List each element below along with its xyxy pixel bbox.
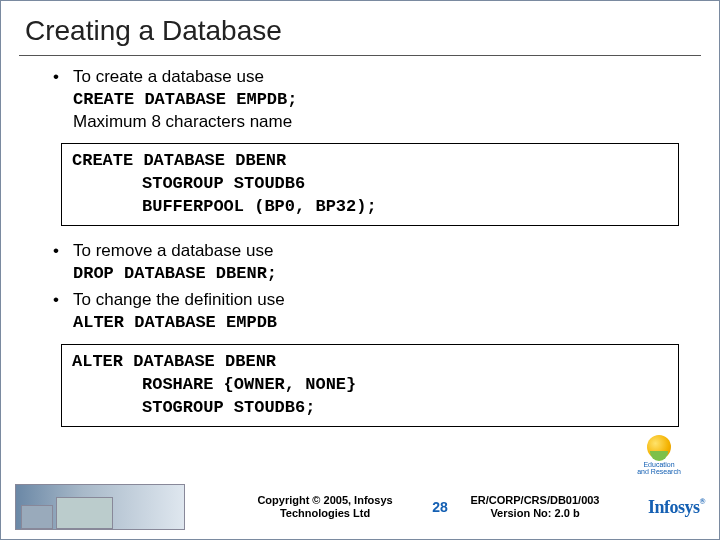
code-box: ALTER DATABASE DBENR ROSHARE {OWNER, NON… bbox=[61, 344, 679, 427]
copyright: Copyright © 2005, Infosys Technologies L… bbox=[235, 494, 415, 520]
code-line: STOGROUP STOUDB6; bbox=[72, 397, 668, 420]
slide: Creating a Database To create a database… bbox=[0, 0, 720, 540]
bullet-list: To create a database use CREATE DATABASE… bbox=[41, 66, 679, 133]
footer: Copyright © 2005, Infosys Technologies L… bbox=[1, 481, 719, 539]
copyright-line: Technologies Ltd bbox=[235, 507, 415, 520]
badge-text: Education bbox=[643, 461, 674, 468]
bullet-item: To change the definition use ALTER DATAB… bbox=[53, 289, 679, 334]
inline-code: ALTER DATABASE EMPDB bbox=[73, 313, 277, 332]
bullet-text: To remove a database use bbox=[73, 241, 273, 260]
bullet-text: Maximum 8 characters name bbox=[73, 112, 292, 131]
registered-icon: ® bbox=[700, 497, 705, 506]
inline-code: DROP DATABASE DBENR; bbox=[73, 264, 277, 283]
bullet-item: To create a database use CREATE DATABASE… bbox=[53, 66, 679, 133]
footer-image bbox=[15, 484, 185, 530]
badge-icon bbox=[647, 435, 671, 459]
doc-ref-line: ER/CORP/CRS/DB01/003 bbox=[465, 494, 605, 507]
bullet-text: To change the definition use bbox=[73, 290, 285, 309]
bullet-item: To remove a database use DROP DATABASE D… bbox=[53, 240, 679, 285]
code-line: BUFFERPOOL (BP0, BP32); bbox=[72, 196, 668, 219]
code-line: ALTER DATABASE DBENR bbox=[72, 352, 276, 371]
code-line: STOGROUP STOUDB6 bbox=[72, 173, 668, 196]
page-title: Creating a Database bbox=[1, 1, 719, 51]
code-line: CREATE DATABASE DBENR bbox=[72, 151, 286, 170]
bullet-text: To create a database use bbox=[73, 67, 264, 86]
education-badge: Education and Research bbox=[627, 433, 691, 477]
content-area: To create a database use CREATE DATABASE… bbox=[1, 56, 719, 481]
code-line: ROSHARE {OWNER, NONE} bbox=[72, 374, 668, 397]
doc-ref-line: Version No: 2.0 b bbox=[465, 507, 605, 520]
bullet-list: To remove a database use DROP DATABASE D… bbox=[41, 240, 679, 334]
logo-text: Infosys® bbox=[648, 497, 705, 517]
copyright-line: Copyright © 2005, Infosys bbox=[235, 494, 415, 507]
badge-text: and Research bbox=[637, 468, 681, 475]
code-box: CREATE DATABASE DBENR STOGROUP STOUDB6 B… bbox=[61, 143, 679, 226]
doc-reference: ER/CORP/CRS/DB01/003 Version No: 2.0 b bbox=[465, 494, 605, 520]
logo-word: Infosys bbox=[648, 497, 700, 517]
page-number: 28 bbox=[425, 499, 455, 515]
infosys-logo: Infosys® bbox=[615, 497, 705, 518]
inline-code: CREATE DATABASE EMPDB; bbox=[73, 90, 297, 109]
